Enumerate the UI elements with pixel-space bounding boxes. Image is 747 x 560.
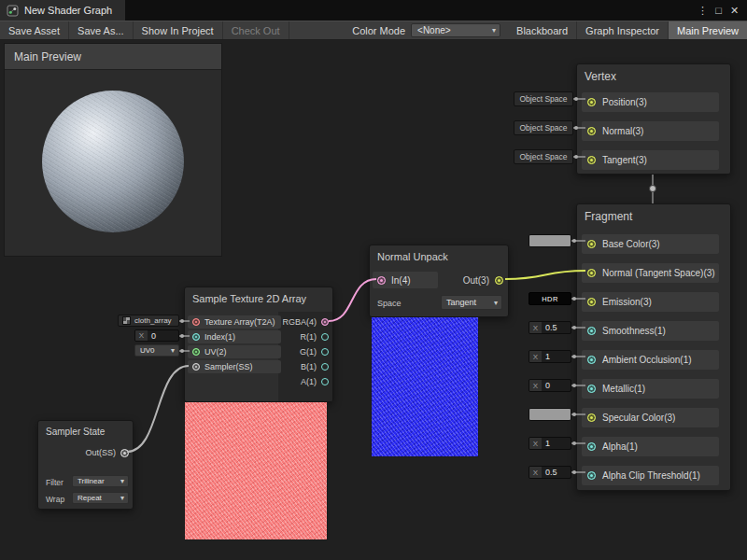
output-row-r[interactable]: R(1) <box>278 330 332 343</box>
metallic-value[interactable]: 0 <box>542 380 571 391</box>
smoothness-port[interactable] <box>587 327 596 335</box>
alpha-clip-value[interactable]: 0.5 <box>542 467 571 478</box>
sampler-state-out-row[interactable]: Out(SS) <box>85 445 129 460</box>
vertex-row-position[interactable]: Position(3) <box>582 92 719 112</box>
metallic-field[interactable]: X 0 <box>529 379 571 392</box>
base-color-label: Base Color(3) <box>602 239 660 249</box>
save-asset-button[interactable]: Save Asset <box>0 21 69 39</box>
rgba-port[interactable] <box>321 318 329 326</box>
alpha-port[interactable] <box>587 442 596 451</box>
sample-output-panel: RGBA(4) R(1) G(1) B(1) A(1) <box>278 312 332 401</box>
fragment-row-alpha-clip[interactable]: Alpha Clip Threshold(1) <box>582 466 719 485</box>
output-row-rgba[interactable]: RGBA(4) <box>278 315 332 329</box>
fragment-node[interactable]: Fragment Base Color(3) Normal (Tangent S… <box>576 203 731 491</box>
main-preview-panel[interactable]: Main Preview <box>4 43 222 257</box>
show-in-project-button[interactable]: Show In Project <box>134 21 223 39</box>
b-port[interactable] <box>321 363 329 371</box>
output-row-b[interactable]: B(1) <box>278 360 332 373</box>
tangent-port[interactable] <box>587 156 596 164</box>
filter-dropdown[interactable]: Trilinear <box>72 475 129 487</box>
alpha-value[interactable]: 1 <box>542 438 571 449</box>
sampler-state-node[interactable]: Sampler State Out(SS) Filter Trilinear W… <box>37 420 134 510</box>
base-color-swatch[interactable] <box>529 234 571 247</box>
fragment-row-base-color[interactable]: Base Color(3) <box>582 234 719 254</box>
output-row-a[interactable]: A(1) <box>278 375 332 388</box>
input-row-uv[interactable]: UV(2) <box>188 345 281 358</box>
title-bar: New Shader Graph ⋮ □ ✕ <box>0 0 747 21</box>
normal-unpack-in-row[interactable]: In(4) <box>373 272 438 288</box>
r-port[interactable] <box>321 333 329 341</box>
base-color-port[interactable] <box>587 240 596 248</box>
index-port[interactable] <box>192 333 200 341</box>
position-port[interactable] <box>587 98 596 106</box>
ambient-occlusion-value[interactable]: 1 <box>542 351 571 362</box>
vertex-row-normal[interactable]: Normal(3) <box>582 121 719 141</box>
graph-canvas[interactable]: Vertex Position(3) Normal(3) Tangent(3) … <box>0 0 747 560</box>
sample-texture-2d-array-node[interactable]: Sample Texture 2D Array RGBA(4) R(1) G(1… <box>184 287 333 402</box>
blackboard-button[interactable]: Blackboard <box>508 21 577 39</box>
ambient-occlusion-label: Ambient Occlusion(1) <box>602 355 692 365</box>
save-as-button[interactable]: Save As... <box>69 21 134 39</box>
main-preview-header[interactable]: Main Preview <box>5 44 221 70</box>
alpha-clip-port[interactable] <box>587 471 596 480</box>
color-mode-dropdown[interactable]: <None> <box>411 23 500 37</box>
normal-label: Normal(3) <box>602 126 643 136</box>
wrap-dropdown[interactable]: Repeat <box>72 492 129 504</box>
fragment-row-ambient-occlusion[interactable]: Ambient Occlusion(1) <box>582 350 719 370</box>
out-ss-port[interactable] <box>120 449 129 457</box>
texture-array-port[interactable] <box>192 318 200 326</box>
normal-unpack-out-row[interactable]: Out(3) <box>463 272 503 288</box>
smoothness-field[interactable]: X 0.5 <box>529 321 571 334</box>
index-value[interactable]: 0 <box>148 330 178 341</box>
g-port[interactable] <box>321 348 329 356</box>
vertex-fragment-link[interactable] <box>650 175 656 203</box>
fragment-row-metallic[interactable]: Metallic(1) <box>582 379 719 399</box>
vertex-row-tangent[interactable]: Tangent(3) <box>582 150 719 170</box>
emission-port[interactable] <box>587 298 596 306</box>
x-prefix: X <box>529 351 542 362</box>
vertex-node[interactable]: Vertex Position(3) Normal(3) Tangent(3) <box>576 63 731 175</box>
fragment-row-smoothness[interactable]: Smoothness(1) <box>582 321 719 341</box>
g-label: G(1) <box>300 347 317 357</box>
space-dropdown[interactable]: Tangent <box>441 295 502 310</box>
close-icon[interactable]: ✕ <box>726 0 742 21</box>
sampler-port[interactable] <box>192 363 200 371</box>
a-port[interactable] <box>321 378 329 385</box>
wire-out-to-normal[interactable] <box>505 271 585 279</box>
emission-hdr-field[interactable]: HDR <box>529 292 571 305</box>
input-row-texture-array[interactable]: Texture Array(T2A) <box>188 315 281 329</box>
alpha-clip-label: Alpha Clip Threshold(1) <box>602 470 700 481</box>
fragment-row-specular-color[interactable]: Specular Color(3) <box>582 408 719 427</box>
ambient-occlusion-field[interactable]: X 1 <box>529 350 571 363</box>
more-icon[interactable]: ⋮ <box>695 0 711 21</box>
cloth-array-texture-field[interactable]: cloth_array <box>118 315 179 327</box>
specular-color-label: Specular Color(3) <box>602 413 675 423</box>
ambient-occlusion-port[interactable] <box>587 356 596 364</box>
fragment-row-normal[interactable]: Normal (Tangent Space)(3) <box>582 263 719 283</box>
uv-port[interactable] <box>192 348 200 356</box>
maximize-icon[interactable]: □ <box>711 0 726 21</box>
smoothness-value[interactable]: 0.5 <box>542 322 571 333</box>
preview-sphere <box>42 91 184 232</box>
metallic-port[interactable] <box>587 385 596 393</box>
output-row-g[interactable]: G(1) <box>278 345 332 358</box>
index-field[interactable]: X 0 <box>134 329 179 342</box>
in-port[interactable] <box>377 276 386 285</box>
wire-sampler-state[interactable] <box>127 366 189 452</box>
fragment-row-emission[interactable]: Emission(3) <box>582 292 719 312</box>
normal-tangent-port[interactable] <box>587 269 596 277</box>
main-preview-button[interactable]: Main Preview <box>669 21 747 39</box>
input-row-index[interactable]: Index(1) <box>188 330 281 343</box>
window-tab[interactable]: New Shader Graph <box>0 0 125 21</box>
specular-color-port[interactable] <box>587 413 596 422</box>
graph-inspector-button[interactable]: Graph Inspector <box>577 21 669 39</box>
specular-color-swatch[interactable] <box>529 408 571 421</box>
normal-port[interactable] <box>587 127 596 135</box>
alpha-clip-field[interactable]: X 0.5 <box>529 466 571 479</box>
out-port[interactable] <box>495 276 503 285</box>
input-row-sampler[interactable]: Sampler(SS) <box>188 360 281 373</box>
fragment-row-alpha[interactable]: Alpha(1) <box>582 437 719 456</box>
uv-channel-dropdown[interactable]: UV0 <box>134 344 179 357</box>
normal-unpack-node[interactable]: Normal Unpack In(4) Out(3) Space Tangent <box>369 245 509 317</box>
alpha-field[interactable]: X 1 <box>529 437 571 450</box>
